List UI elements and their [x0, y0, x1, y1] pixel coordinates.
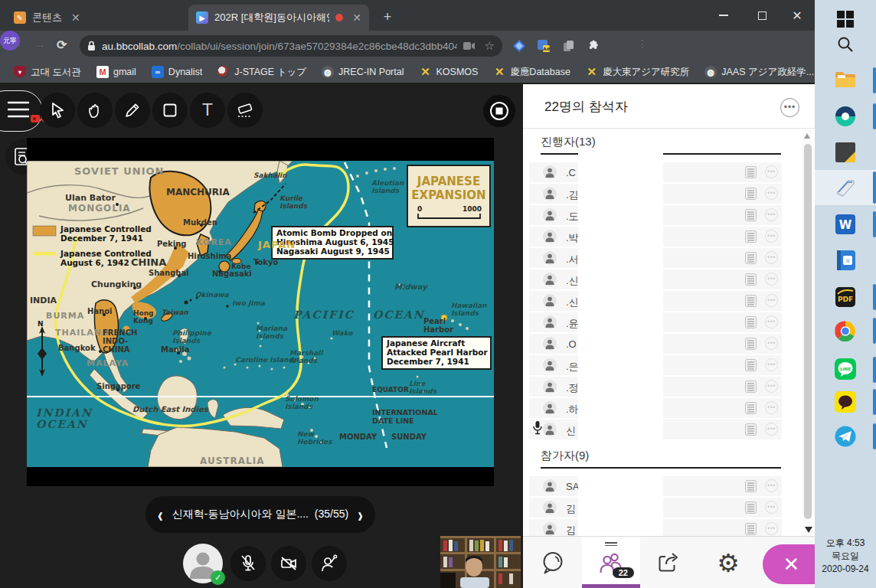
bookmark-item[interactable]: ◍JREC-IN Portal	[315, 64, 410, 80]
drag-handle-icon[interactable]	[605, 541, 617, 547]
participant-more-icon[interactable]: •••	[765, 273, 778, 286]
participant-notes-icon[interactable]	[745, 166, 757, 181]
my-status-button[interactable]: ✓	[183, 544, 223, 583]
bookmark-item[interactable]: ✕慶大東アジア研究所	[580, 64, 695, 80]
file-explorer-icon[interactable]	[835, 70, 856, 89]
participant-more-icon[interactable]: •••	[765, 187, 778, 200]
bookmark-item[interactable]: ▾고대 도서관	[8, 64, 87, 80]
next-slide-button[interactable]: ›	[358, 502, 363, 527]
ad-extension-icon[interactable]: Ad	[536, 38, 551, 54]
taskbar-clock[interactable]: 오후 4:53 목요일 2020-09-24	[815, 537, 876, 576]
participant-more-icon[interactable]: •••	[765, 401, 778, 414]
participant-more-icon[interactable]: •••	[765, 380, 778, 393]
scrollbar-thumb[interactable]	[804, 144, 812, 519]
participant-notes-icon[interactable]	[745, 252, 757, 267]
bookmark-item[interactable]: ◍JAAS アジア政経学...	[698, 64, 820, 80]
participant-notes-icon[interactable]	[745, 209, 757, 224]
participant-notes-icon[interactable]	[745, 338, 757, 353]
tab-close-icon[interactable]: ✕	[71, 11, 80, 24]
participant-notes-icon[interactable]	[745, 316, 757, 332]
bookmark-item[interactable]: J-STAGE トップ	[211, 64, 312, 80]
participant-notes-icon[interactable]	[745, 402, 757, 417]
eraser-tool-button[interactable]	[227, 93, 263, 128]
camera-button[interactable]	[271, 546, 306, 581]
whale-browser-icon[interactable]	[835, 106, 856, 127]
scroll-up-icon[interactable]	[804, 133, 810, 139]
participant-notes-icon[interactable]	[745, 188, 757, 203]
bookmark-item[interactable]: ∞Dynalist	[145, 64, 208, 80]
pan-tool-button[interactable]	[77, 93, 113, 128]
participant-more-icon[interactable]: •••	[765, 358, 778, 371]
pdf-app-icon[interactable]: PDF	[835, 287, 855, 307]
participant-notes-icon[interactable]	[745, 381, 757, 396]
pointer-tool-button[interactable]	[40, 93, 75, 128]
bookmark-item[interactable]: ✕KOSMOS	[413, 64, 484, 80]
panel-options-icon[interactable]: •••	[780, 98, 799, 117]
microphone-button[interactable]	[230, 546, 266, 581]
participant-more-icon[interactable]: •••	[765, 423, 778, 436]
window-maximize-button[interactable]	[744, 0, 780, 31]
new-tab-button[interactable]: +	[378, 8, 397, 26]
participant-notes-icon[interactable]	[745, 480, 757, 495]
previous-slide-button[interactable]: ‹	[158, 502, 163, 527]
notes-app-icon[interactable]	[835, 142, 855, 162]
puzzle-extensions-icon[interactable]	[584, 38, 600, 54]
ebook-viewer-icon[interactable]	[835, 178, 856, 198]
participant-more-icon[interactable]: •••	[765, 165, 778, 178]
chat-tab[interactable]	[523, 537, 582, 588]
browser-menu-icon[interactable]: ⋮	[637, 38, 648, 50]
participant-notes-icon[interactable]	[745, 501, 757, 517]
pencil-tool-button[interactable]	[115, 93, 150, 128]
participant-more-icon[interactable]: •••	[765, 315, 778, 328]
word-icon[interactable]: W	[835, 214, 855, 234]
chrome-icon[interactable]	[835, 321, 856, 341]
telegram-icon[interactable]	[835, 426, 856, 447]
participant-notes-icon[interactable]	[745, 423, 757, 439]
forward-icon[interactable]: →	[34, 38, 46, 51]
session-menu-button[interactable]	[0, 90, 43, 132]
reload-icon[interactable]: ⟳	[57, 38, 67, 52]
bookmark-item[interactable]: ✕慶應Database	[487, 64, 577, 80]
settings-tab[interactable]: ⚙	[698, 537, 758, 588]
bookmark-item[interactable]: Mgmail	[90, 64, 142, 80]
window-minimize-button[interactable]	[706, 0, 741, 31]
participant-notes-icon[interactable]	[745, 295, 757, 310]
participant-more-icon[interactable]: •••	[765, 251, 778, 264]
close-panel-button[interactable]: ✕	[763, 544, 820, 584]
participant-more-icon[interactable]: •••	[765, 230, 778, 243]
tab-camera-icon[interactable]	[463, 41, 476, 51]
line-app-icon[interactable]: LINE	[835, 358, 856, 380]
url-bar[interactable]: au.bbcollab.com/collab/ui/session/join/6…	[80, 35, 502, 57]
participant-notes-icon[interactable]	[745, 523, 757, 536]
participant-more-icon[interactable]: •••	[765, 337, 778, 350]
text-tool-button[interactable]: T	[190, 93, 225, 128]
shape-tool-button[interactable]	[152, 93, 188, 128]
scroll-down-icon[interactable]	[805, 527, 812, 533]
tab-collaborate-session[interactable]: ▶ 202R [대학원]동아시아해양 ✕	[188, 5, 369, 31]
tab-close-icon[interactable]: ✕	[352, 11, 361, 24]
window-close-button[interactable]: ✕	[780, 0, 815, 31]
back-icon[interactable]: ←	[11, 38, 23, 51]
participants-tab[interactable]: 22	[582, 537, 640, 588]
participant-notes-icon[interactable]	[745, 230, 757, 246]
dictionary-app-icon[interactable]: ☼	[835, 250, 855, 270]
webcam-thumbnail[interactable]	[440, 536, 521, 588]
search-button[interactable]	[836, 35, 855, 54]
participant-more-icon[interactable]: •••	[765, 501, 778, 514]
start-button[interactable]	[837, 11, 854, 28]
participant-more-icon[interactable]: •••	[765, 294, 778, 307]
panel-scrollbar[interactable]	[802, 130, 812, 536]
participant-more-icon[interactable]: •••	[765, 208, 778, 221]
bookmark-star-icon[interactable]: ☆	[485, 39, 495, 53]
raise-hand-button[interactable]	[312, 546, 347, 581]
participant-more-icon[interactable]: •••	[765, 522, 778, 535]
tab-contents[interactable]: ✎ 콘텐츠 ✕	[6, 5, 184, 31]
earth-extension-icon[interactable]	[512, 38, 527, 54]
share-content-tab[interactable]	[640, 537, 698, 588]
kakaotalk-icon[interactable]	[835, 391, 856, 413]
stop-share-button[interactable]	[483, 95, 515, 127]
participant-notes-icon[interactable]	[745, 273, 757, 289]
participant-more-icon[interactable]: •••	[765, 479, 778, 492]
participant-notes-icon[interactable]	[745, 359, 757, 374]
copy-extension-icon[interactable]	[561, 38, 577, 54]
